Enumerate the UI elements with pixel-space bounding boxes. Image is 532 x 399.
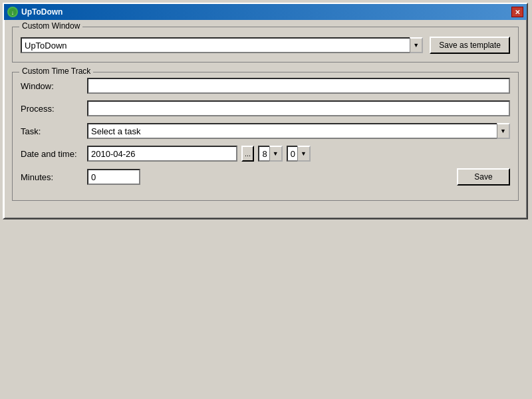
title-bar: ↓ UpToDown ✕ <box>4 4 527 20</box>
minutes-field-wrapper <box>87 169 140 185</box>
date-picker-button[interactable]: ... <box>241 146 255 162</box>
window-body: Custom Window UpToDown Save as template … <box>4 20 527 218</box>
process-input[interactable] <box>87 100 510 116</box>
date-input[interactable] <box>87 146 237 162</box>
custom-window-select[interactable]: UpToDown <box>21 37 423 53</box>
close-button[interactable]: ✕ <box>511 7 523 17</box>
custom-time-track-group: Custom Time Track Window: Process: Task: <box>12 72 519 201</box>
custom-time-track-legend: Custom Time Track <box>19 66 93 76</box>
process-field-wrapper <box>87 100 510 116</box>
hour-select[interactable]: 8 <box>258 146 282 162</box>
task-label: Task: <box>21 126 87 136</box>
task-row: Task: Select a task <box>21 123 510 139</box>
process-label: Process: <box>21 104 87 114</box>
save-button[interactable]: Save <box>457 168 510 186</box>
process-row: Process: <box>21 100 510 116</box>
title-bar-left: ↓ UpToDown <box>7 7 63 17</box>
datetime-row: Date and time: ... 8 0 <box>21 146 510 162</box>
date-controls: ... 8 0 <box>87 146 311 162</box>
window-input[interactable] <box>87 78 510 94</box>
hour-select-wrapper: 8 <box>258 146 282 162</box>
svg-text:↓: ↓ <box>11 9 15 16</box>
datetime-label: Date and time: <box>21 149 87 159</box>
main-window: ↓ UpToDown ✕ Custom Window UpToDown Save… <box>3 3 528 219</box>
window-title: UpToDown <box>21 7 63 17</box>
app-icon: ↓ <box>7 7 18 17</box>
task-select[interactable]: Select a task <box>87 123 510 139</box>
task-field-wrapper: Select a task <box>87 123 510 139</box>
window-label: Window: <box>21 81 87 91</box>
minute-select-wrapper: 0 <box>287 146 311 162</box>
task-select-wrapper: Select a task <box>87 123 510 139</box>
minutes-row: Minutes: Save <box>21 168 510 186</box>
window-field-wrapper <box>87 78 510 94</box>
minutes-label: Minutes: <box>21 172 87 182</box>
minutes-input[interactable] <box>87 169 140 185</box>
custom-window-select-wrapper: UpToDown <box>21 37 423 53</box>
save-template-button[interactable]: Save as template <box>430 37 510 54</box>
window-row: Window: <box>21 78 510 94</box>
custom-window-group: Custom Window UpToDown Save as template <box>12 27 519 63</box>
custom-window-content: UpToDown Save as template <box>21 37 510 54</box>
minute-select[interactable]: 0 <box>287 146 311 162</box>
custom-window-legend: Custom Window <box>19 21 82 31</box>
